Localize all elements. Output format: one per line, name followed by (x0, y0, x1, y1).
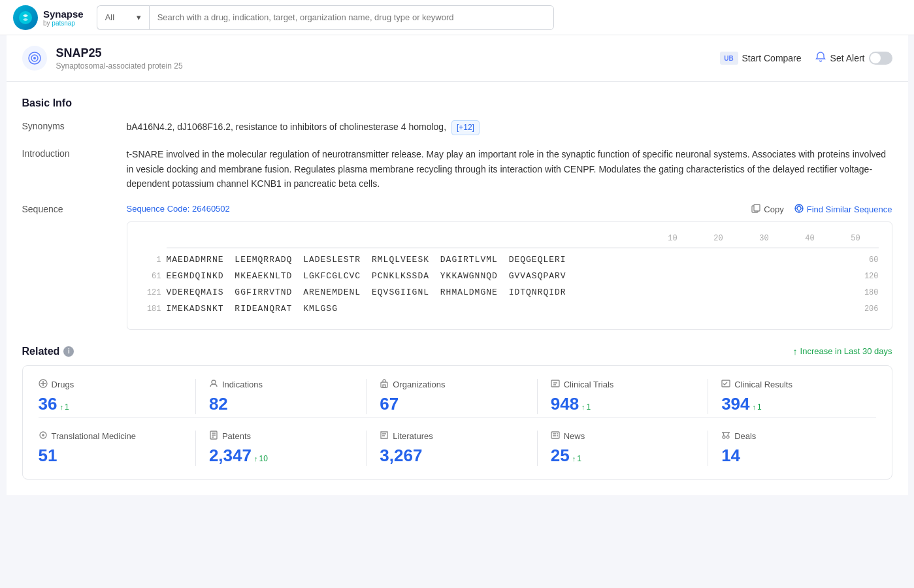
svg-point-3 (33, 57, 36, 59)
related-patents[interactable]: Patents 2,347 ↑ 10 (199, 431, 363, 466)
organizations-label: Organizations (393, 380, 445, 389)
logo-text: Synapse by patsnap (43, 8, 84, 27)
deals-icon (721, 431, 730, 442)
chevron-down-icon: ▾ (137, 12, 141, 22)
news-icon (551, 431, 560, 442)
svg-point-13 (212, 380, 216, 384)
svg-point-0 (19, 11, 32, 24)
drugs-badge: ↑ 1 (59, 402, 69, 412)
find-similar-button[interactable]: Find Similar Sequence (794, 204, 892, 215)
sequence-label: Sequence (22, 203, 127, 329)
row-separator (39, 417, 876, 417)
alert-icon (815, 51, 826, 65)
patents-badge: ↑ 10 (254, 454, 268, 463)
logo-name: Synapse (43, 8, 84, 20)
logo-area: Synapse by patsnap (13, 5, 84, 30)
set-alert-button[interactable]: Set Alert (815, 51, 892, 65)
search-area: All ▾ (97, 5, 554, 30)
target-icon (22, 46, 47, 71)
clinical-results-count: 394 (721, 394, 749, 414)
divider (537, 431, 538, 466)
related-info-icon[interactable]: i (63, 346, 74, 357)
news-badge: ↑ 1 (572, 454, 581, 463)
synonyms-badge[interactable]: [+12] (451, 120, 480, 135)
indications-icon (209, 379, 218, 390)
clinical-results-label: Clinical Results (734, 380, 792, 389)
clinical-trials-icon (551, 379, 560, 390)
copy-button[interactable]: Copy (751, 204, 783, 215)
related-translational-medicine[interactable]: Translational Medicine 51 (39, 431, 193, 466)
svg-point-21 (723, 436, 725, 438)
translational-medicine-icon (39, 431, 48, 442)
organizations-count: 67 (380, 394, 399, 414)
entity-left: SNAP25 Synaptosomal-associated protein 2… (22, 46, 183, 71)
seq-line-3: 121 VDEREQMAIS GGFIRRVTND ARENEMDENL EQV… (140, 286, 879, 300)
synonyms-value: bA416N4.2, dJ1068F16.2, resistance to in… (127, 120, 892, 135)
entity-subtitle: Synaptosomal-associated protein 25 (56, 61, 183, 71)
compare-icon: UB (720, 52, 738, 65)
clinical-results-badge: ↑ 1 (753, 402, 762, 412)
related-organizations[interactable]: Organizations 67 (369, 379, 534, 414)
svg-point-7 (797, 206, 801, 210)
indications-label: Indications (222, 380, 263, 389)
logo-icon (13, 5, 38, 30)
navbar: Synapse by patsnap All ▾ (0, 0, 914, 35)
patents-icon (209, 431, 218, 442)
sequence-box: 10 20 30 40 50 1 MAEDADMRNE LEEMQRRADQ L… (127, 221, 892, 329)
page-content: SNAP25 Synaptosomal-associated protein 2… (7, 35, 908, 495)
divider (708, 431, 708, 466)
related-news[interactable]: News 25 ↑ 1 (540, 431, 705, 466)
clinical-results-icon (721, 379, 730, 390)
related-literatures[interactable]: Literatures 3,267 (369, 431, 534, 466)
translational-medicine-label: Translational Medicine (52, 431, 137, 441)
start-compare-button[interactable]: UB Start Compare (720, 52, 802, 65)
drugs-count: 36 (39, 394, 57, 414)
related-clinical-results[interactable]: Clinical Results 394 ↑ 1 (711, 379, 875, 414)
deals-count: 14 (721, 446, 740, 466)
entity-title: SNAP25 (56, 46, 183, 60)
related-drugs[interactable]: Drugs 36 ↑ 1 (39, 379, 193, 414)
related-clinical-trials[interactable]: Clinical Trials 948 ↑ 1 (540, 379, 705, 414)
svg-point-22 (726, 436, 729, 438)
copy-icon (751, 204, 760, 215)
news-count: 25 (551, 446, 570, 466)
search-input[interactable] (150, 12, 553, 22)
organizations-icon (380, 379, 389, 390)
related-row-2: Translational Medicine 51 Patents (39, 431, 876, 466)
indications-count: 82 (209, 394, 228, 414)
patents-label: Patents (222, 431, 251, 441)
related-title: Related i (22, 346, 74, 357)
introduction-value: t-SNARE involved in the molecular regula… (127, 147, 892, 191)
sequence-row: Sequence Sequence Code: 26460502 C (22, 203, 892, 329)
search-filter-dropdown[interactable]: All ▾ (97, 5, 149, 30)
related-grid: Drugs 36 ↑ 1 (22, 365, 892, 480)
seq-line-4: 181 IMEKADSNKT RIDEANQRAT KMLGSG 206 (140, 302, 879, 316)
news-label: News (564, 431, 585, 441)
related-indications[interactable]: Indications 82 (199, 379, 363, 414)
related-row-1: Drugs 36 ↑ 1 (39, 379, 876, 414)
related-header: Related i ↑ Increase in Last 30 days (22, 346, 892, 357)
main-body: Basic Info Synonyms bA416N4.2, dJ1068F16… (7, 97, 908, 495)
basic-info-title: Basic Info (22, 97, 892, 109)
patents-count: 2,347 (209, 446, 252, 466)
divider (195, 379, 196, 414)
alert-toggle[interactable] (869, 52, 892, 65)
sequence-header: Sequence Code: 26460502 Copy (127, 203, 892, 216)
search-input-wrap (149, 5, 554, 30)
sequence-code-link[interactable]: Sequence Code: 26460502 (127, 203, 230, 216)
literatures-label: Literatures (393, 431, 433, 441)
logo-sub: by patsnap (43, 20, 84, 27)
svg-rect-16 (551, 380, 559, 387)
synonyms-label: Synonyms (22, 120, 127, 135)
related-deals[interactable]: Deals 14 (711, 431, 875, 466)
entity-right: UB Start Compare Set Alert (720, 51, 892, 65)
drugs-label: Drugs (52, 380, 74, 389)
divider (537, 379, 538, 414)
clinical-trials-count: 948 (551, 394, 579, 414)
introduction-label: Introduction (22, 147, 127, 191)
introduction-row: Introduction t-SNARE involved in the mol… (22, 147, 892, 191)
svg-rect-20 (551, 432, 559, 438)
clinical-trials-badge: ↑ 1 (581, 402, 591, 412)
literatures-count: 3,267 (380, 446, 422, 466)
divider (195, 431, 196, 466)
